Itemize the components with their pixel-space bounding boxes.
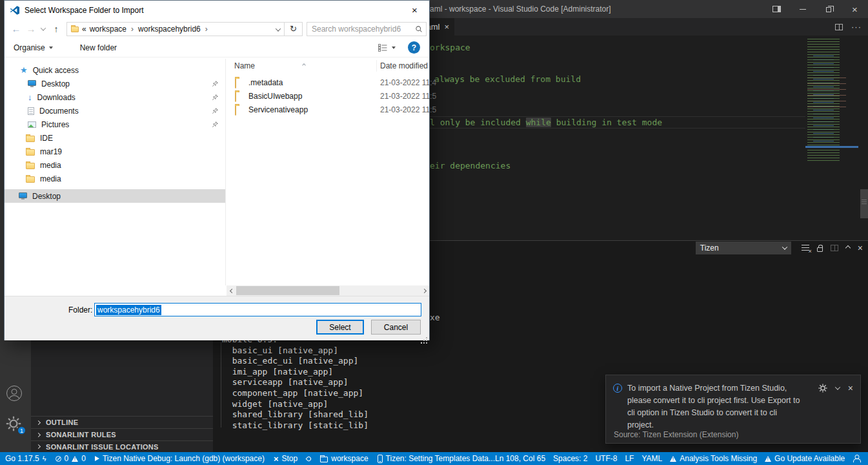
sidebar-section-sonarlint-issue-locations[interactable]: SONARLINT ISSUE LOCATIONS [31,440,213,452]
split-panel-icon[interactable] [831,245,838,251]
go-version-item[interactable]: Go 1.17.5ϟ [5,454,46,463]
column-name[interactable]: Name [234,61,255,70]
folder-name-input[interactable]: workspacehybrid6 [94,303,421,316]
tizen-task-item[interactable]: Tizen: Setting Templates Data... [378,454,495,463]
chevron-up-icon[interactable] [845,245,851,251]
column-date-modified[interactable]: Date modified [380,61,428,70]
address-dropdown[interactable] [276,25,280,34]
pin-icon[interactable] [212,94,219,103]
file-row-servicenativeapp[interactable]: Servicenativeapp 21-03-2022 11:5 [227,103,429,117]
tab-close-icon[interactable]: × [444,22,449,32]
nav-media-2[interactable]: media [5,172,225,185]
view-options-button[interactable] [378,44,396,52]
resize-grip[interactable] [426,337,427,338]
select-button[interactable]: Select [316,320,364,335]
problems-item[interactable]: 00 [56,454,86,463]
flame-item[interactable] [307,457,311,461]
dialog-toolbar: Organise New folder ? [5,38,429,57]
editor-scrollbar[interactable] [860,189,868,218]
file-row-basicuiwebapp[interactable]: BasicUIwebapp 21-03-2022 11:5 [227,90,429,103]
horizontal-scrollbar[interactable] [227,285,429,296]
split-editor-icon[interactable] [835,24,843,30]
restore-button[interactable] [816,0,842,18]
close-panel-icon[interactable]: × [858,243,863,253]
breadcrumb-collapsed[interactable]: « [82,25,86,34]
go-update-item[interactable]: Go Update Available [765,454,845,463]
back-button[interactable]: ← [8,22,24,36]
gear-icon[interactable] [818,384,827,393]
breadcrumb-workspace[interactable]: workspace [90,25,126,34]
file-date: 21-03-2022 11:4 [380,78,436,87]
up-button[interactable]: ↑ [48,22,64,36]
workspace-label: workspace [331,454,368,463]
breadcrumb-separator: › [204,25,209,34]
scroll-right-button[interactable] [419,285,429,296]
account-icon[interactable] [6,386,22,401]
pin-icon[interactable] [212,80,219,89]
file-date: 21-03-2022 11:5 [380,92,436,101]
settings-button[interactable]: 1 [6,416,23,433]
nav-media-1[interactable]: media [5,158,225,172]
folder-icon [71,26,79,32]
warning-icon [72,456,78,462]
minimap-current-line [805,146,858,148]
window-close-button[interactable]: × [842,0,868,18]
organise-button[interactable]: Organise [14,43,53,52]
stop-item[interactable]: ×Stop [274,454,298,464]
nav-downloads[interactable]: ↓ Downloads [5,90,225,104]
output-line: widget [native_app] [222,399,368,410]
indentation-item[interactable]: Spaces: 2 [553,454,587,463]
more-actions-icon[interactable]: ··· [851,22,862,32]
eol-item[interactable]: LF [625,454,634,463]
pin-icon[interactable] [212,107,219,116]
folder-icon [235,78,236,88]
scrollbar-thumb[interactable] [236,286,339,295]
recent-locations-button[interactable] [38,22,48,36]
nav-desktop[interactable]: Desktop [5,77,225,90]
nav-documents[interactable]: Documents [5,104,225,118]
sidebar-section-outline[interactable]: OUTLINE [31,416,213,428]
scroll-left-button[interactable] [227,285,237,296]
folder-icon [26,176,35,183]
forward-button[interactable]: → [24,22,38,36]
pin-icon[interactable] [212,121,219,130]
language-item[interactable]: YAML [641,454,662,463]
cancel-button[interactable]: Cancel [371,320,421,335]
address-breadcrumb[interactable]: « workspace › workspacehybrid6 › [66,22,285,36]
nav-pictures[interactable]: Pictures [5,118,225,131]
clear-output-icon[interactable] [802,245,809,251]
sidebar-section-sonarlint-rules[interactable]: SONARLINT RULES [31,428,213,440]
search-input[interactable] [310,23,411,35]
workspace-item[interactable]: workspace [320,454,368,463]
new-folder-button[interactable]: New folder [80,43,117,52]
flame-icon [306,455,312,462]
section-label: OUTLINE [46,418,78,426]
customize-layout-button[interactable] [763,0,790,18]
refresh-button[interactable]: ↻ [285,22,303,36]
debug-config-item[interactable]: Tizen Native Debug: Launch (gdb) (worksp… [95,454,265,463]
analysis-warning-item[interactable]: Analysis Tools Missing [670,454,757,463]
encoding-item[interactable]: UTF-8 [595,454,617,463]
nav-desktop-selected[interactable]: Desktop [5,189,225,203]
file-row-metadata[interactable]: .metadata 21-03-2022 11:4 [227,76,429,90]
chevron-down-icon[interactable] [835,384,840,389]
nav-quick-access[interactable]: ★ Quick access [5,63,225,77]
help-button[interactable]: ? [408,41,420,54]
lock-icon[interactable] [817,247,823,252]
minimap[interactable] [805,39,858,163]
sort-ascending-icon [303,59,305,68]
breadcrumb-workspacehybrid6[interactable]: workspacehybrid6 [138,25,201,34]
output-text: mobile-6.5: basic_ui [native_app] basic_… [222,335,368,431]
close-notification-icon[interactable]: × [848,383,853,393]
lightning-icon: ϟ [43,455,46,462]
dialog-close-button[interactable]: × [400,1,429,19]
cursor-position-item[interactable]: Ln 108, Col 65 [495,454,545,463]
nav-ide[interactable]: IDE [5,131,225,145]
feedback-item[interactable] [853,455,861,462]
nav-mar19[interactable]: mar19 [5,145,225,158]
output-line: shared_library [shared_lib] [222,409,368,420]
output-channel-select[interactable]: Tizen [696,242,791,254]
details-view-icon [378,44,387,52]
output-channel-value: Tizen [700,243,719,253]
minimize-button[interactable] [790,0,816,18]
